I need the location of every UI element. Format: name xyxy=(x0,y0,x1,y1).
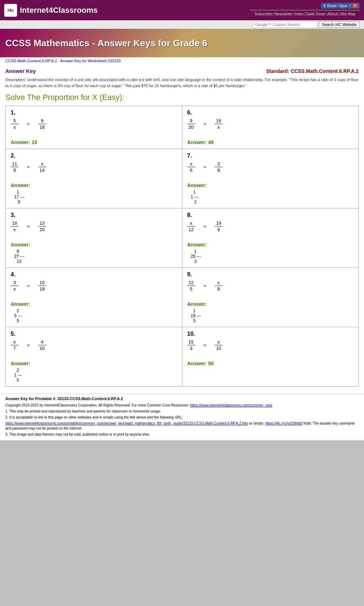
fraction-line xyxy=(215,167,223,167)
table-row: 5. x 7 = 4 20 xyxy=(6,327,359,387)
problem-number: 7. xyxy=(187,153,354,159)
email-icon: ✉ xyxy=(353,4,358,8)
answer-label: Answer: xyxy=(11,242,177,248)
fraction-right: 4 20 xyxy=(38,339,46,351)
fraction-right: 18 x xyxy=(215,118,223,130)
fraction-line xyxy=(215,345,223,345)
footer-url: https://www.internet4classrooms.com/prin… xyxy=(5,421,359,431)
fraction-left: 15 3 xyxy=(187,339,195,351)
page-title: CCSS Mathematics - Answer Keys for Grade… xyxy=(5,38,207,49)
page-banner: CCSS Mathematics - Answer Keys for Grade… xyxy=(0,29,364,57)
fraction-right: x 14 xyxy=(38,161,46,173)
fraction-left: 5 x xyxy=(11,118,18,130)
section-title: Solve The Proportion for X (Easy): xyxy=(5,93,359,102)
answer-label: Answer: xyxy=(187,301,354,307)
footer-copyright: Copyright 2013-2015 by Internet4Classroo… xyxy=(5,403,359,408)
fraction-right: 2 8 xyxy=(215,161,223,173)
answer-key-header: Answer Key Standard: CCSS.Math.Content.6… xyxy=(5,68,359,74)
fraction-line xyxy=(38,226,46,227)
fraction-display: 12 5 = x 8 xyxy=(187,280,354,292)
fraction-right: 9 18 xyxy=(38,118,46,130)
fraction-left: x 12 xyxy=(187,220,195,232)
problem-5: 5. x 7 = 4 20 xyxy=(6,327,182,387)
breadcrumb-link[interactable]: CCSS.Math.Content.6.RP.A.2 - Answer Key … xyxy=(5,59,121,63)
fraction-right: 19 9 xyxy=(215,220,223,232)
fraction-display: x 6 = 2 8 xyxy=(187,161,354,173)
problem-1: 1. 5 x = 9 18 xyxy=(6,106,182,149)
fraction-line xyxy=(11,345,18,345)
nav-daily-dose[interactable]: Daily Dose xyxy=(306,12,325,16)
problem-2: 2. 11 9 = x 14 xyxy=(6,149,182,208)
description-text: Description: Understand the concept of a… xyxy=(5,77,359,89)
answer-label: Answer: 40 xyxy=(187,139,354,145)
problem-6: 6. 9 20 = 18 x xyxy=(182,106,359,149)
fraction-line xyxy=(187,167,195,167)
table-row: 2. 11 9 = x 14 xyxy=(6,149,359,208)
fraction-line xyxy=(11,226,18,227)
fraction-left: 12 5 xyxy=(187,280,195,292)
fraction-line xyxy=(215,286,223,286)
problem-number: 4. xyxy=(11,271,177,278)
fraction-display: 9 20 = 18 x xyxy=(187,118,354,130)
footer-url-short[interactable]: https://i4c.xyz/yd33hbbf xyxy=(265,421,303,425)
problem-4: 4. 3 x = 10 18 xyxy=(6,268,182,327)
fraction-line xyxy=(38,124,46,124)
fraction-line xyxy=(215,226,223,227)
site-name: Internet4Classrooms xyxy=(20,6,98,15)
table-row: 4. 3 x = 10 18 xyxy=(6,268,359,327)
logo-i4c: i4c xyxy=(7,7,14,13)
share-save-button[interactable]: ⬆ Share / Save f ✉ xyxy=(321,3,360,9)
footer-cc-link[interactable]: https://www.internet4classrooms.com/comm… xyxy=(190,403,272,407)
nav-sitemap[interactable]: Site Map xyxy=(340,12,355,16)
problem-8: 8. x 12 = 19 9 xyxy=(182,208,359,268)
fraction-display: 5 x = 9 18 xyxy=(11,118,177,130)
footer-note4: 3. This image and data thereon may not b… xyxy=(5,432,359,437)
share-icon: ⬆ xyxy=(323,4,326,8)
nav-subscribe[interactable]: Subscribe xyxy=(255,12,272,16)
search-input[interactable] xyxy=(253,21,317,28)
problem-number: 6. xyxy=(187,110,354,116)
fraction-line xyxy=(187,345,195,345)
problem-number: 2. xyxy=(11,153,177,159)
footer-url-full[interactable]: https://www.internet4classrooms.com/prin… xyxy=(5,421,248,425)
fraction-line xyxy=(38,167,46,167)
logo-area: i4c Internet4Classrooms xyxy=(4,4,98,17)
fraction-line xyxy=(11,124,18,124)
table-row: 1. 5 x = 9 18 xyxy=(6,106,359,149)
answer-fraction: 1 25 --- 3 xyxy=(191,249,354,264)
nav-about[interactable]: About xyxy=(327,12,338,16)
answer-fraction: 1 1 --- 2 xyxy=(191,190,354,204)
nav-newsletter[interactable]: Newsletter Index xyxy=(274,12,304,16)
fb-icon: f xyxy=(348,4,352,8)
fraction-display: x 12 = 19 9 xyxy=(187,220,354,232)
fraction-display: 18 x = 13 20 xyxy=(11,220,177,232)
answer-key-label: Answer Key xyxy=(5,68,36,74)
answer-label: Answer: xyxy=(187,182,354,188)
fraction-right: x 10 xyxy=(215,339,223,351)
fraction-line xyxy=(187,286,195,286)
answer-fraction: 1 17 --- 9 xyxy=(14,190,177,204)
problem-3: 3. 18 x = 13 20 xyxy=(6,208,182,268)
footer-title: Answer Key for Printable #: 33133-CCSS.M… xyxy=(5,396,359,402)
problem-number: 8. xyxy=(187,212,354,218)
breadcrumb: CCSS.Math.Content.6.RP.A.2 - Answer Key … xyxy=(0,57,364,64)
table-row: 3. 18 x = 13 20 xyxy=(6,208,359,268)
problem-10: 10. 15 3 = x 10 xyxy=(182,327,359,387)
fraction-right: x 8 xyxy=(215,280,223,292)
logo-box: i4c xyxy=(4,4,17,17)
problem-number: 10. xyxy=(187,331,354,337)
fraction-line xyxy=(187,124,195,124)
problem-7: 7. x 6 = 2 8 xyxy=(182,149,359,208)
answer-label: Answer: 10 xyxy=(11,139,177,145)
fraction-display: x 7 = 4 20 xyxy=(11,339,177,351)
fraction-line xyxy=(38,286,46,286)
footer-note2: 2. It is acceptable to link to this page… xyxy=(5,415,359,420)
search-button[interactable]: Search I4C Website xyxy=(318,21,360,28)
fraction-right: 10 18 xyxy=(38,280,46,292)
standard-label: Standard: CCSS.Math.Content.6.RP.A.2 xyxy=(266,68,359,74)
footer: Answer Key for Printable #: 33133-CCSS.M… xyxy=(0,394,364,440)
fraction-line xyxy=(215,124,223,124)
fraction-left: 3 x xyxy=(11,280,18,292)
fraction-line xyxy=(11,167,18,167)
problem-number: 5. xyxy=(11,331,177,337)
